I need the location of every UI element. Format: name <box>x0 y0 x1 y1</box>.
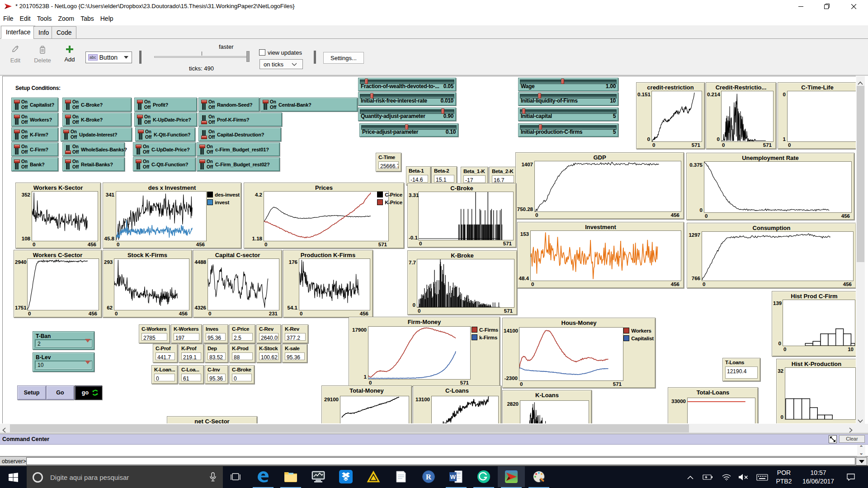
switch-retail-banks[interactable]: OnOffRetail-Banks? <box>62 157 125 171</box>
start-button[interactable] <box>0 466 27 488</box>
switch-lever[interactable] <box>65 115 71 125</box>
delete-button[interactable]: Delete <box>32 45 53 64</box>
taskbar-search-box[interactable]: Digite aqui para pesquisar <box>27 466 223 488</box>
switch-knob[interactable] <box>201 121 207 124</box>
switch-bank[interactable]: OnOffBank? <box>11 157 58 171</box>
switch-lever[interactable] <box>65 100 71 110</box>
switch-k-firm[interactable]: OnOffK-Firm? <box>11 127 58 141</box>
switch-knob[interactable] <box>201 136 207 139</box>
edge-icon[interactable] <box>250 466 277 487</box>
switch-lever[interactable] <box>201 100 207 110</box>
switch-knob[interactable] <box>138 130 144 133</box>
slider-initial-liquidity-of-firms[interactable]: Initial-liquidity-of-Firms10 <box>518 92 618 106</box>
switch-knob[interactable] <box>14 160 20 163</box>
update-mode-dropdown[interactable]: on ticks <box>259 59 303 69</box>
word-icon[interactable]: W <box>443 466 470 487</box>
switch-knob[interactable] <box>199 145 205 148</box>
menu-tools[interactable]: Tools <box>34 13 55 22</box>
switch-knob[interactable] <box>14 145 20 148</box>
setup-button[interactable]: Setup <box>17 385 46 400</box>
menu-file[interactable]: File <box>0 13 17 22</box>
switch-capitalist[interactable]: OnOffCapitalist? <box>11 98 58 112</box>
switch-knob[interactable] <box>136 145 142 148</box>
switch-lever[interactable] <box>201 115 207 125</box>
slider-initial-risk-free-interest-rate[interactable]: Initial-risk-free-interest-rate0.010 <box>358 92 456 106</box>
switch-lever[interactable] <box>14 160 20 170</box>
switch-wholesales-banks[interactable]: OnOffWholeSales-Banks? <box>62 142 125 156</box>
switch-lever[interactable] <box>137 100 143 110</box>
r-app-icon[interactable]: R <box>415 466 442 487</box>
add-button[interactable]: Add <box>60 45 80 63</box>
switch-lever[interactable] <box>201 130 207 140</box>
command-history-dropdown[interactable] <box>856 457 867 465</box>
paint-app-icon[interactable] <box>525 466 552 487</box>
switch-workers[interactable]: OnOffWorkers? <box>11 113 58 127</box>
notifications-icon[interactable] <box>842 466 860 488</box>
switch-lever[interactable] <box>14 115 20 125</box>
grammarly-icon[interactable] <box>470 466 497 487</box>
switch-lever[interactable] <box>14 145 20 155</box>
switch-lever[interactable] <box>65 160 71 170</box>
horizontal-scrollbar-thumb[interactable] <box>10 424 689 432</box>
slider-initial-capital[interactable]: Initial-capital5 <box>518 108 618 121</box>
notes-app-icon[interactable] <box>387 466 415 487</box>
tray-chevron-icon[interactable] <box>684 466 697 488</box>
switch-c-broke[interactable]: OnOffC-Broke? <box>62 98 132 112</box>
switch-knob[interactable] <box>199 160 205 163</box>
microphone-icon[interactable] <box>209 472 217 482</box>
switch-knob[interactable] <box>65 160 71 163</box>
switch-knob[interactable] <box>14 130 20 133</box>
vertical-scrollbar[interactable] <box>856 76 865 424</box>
switch-lever[interactable] <box>137 115 143 125</box>
switch-knob[interactable] <box>263 100 269 103</box>
command-center-output[interactable]: ⌃⌄ <box>0 445 868 456</box>
switch-capital-destruction[interactable]: OnOffCapital-Destruction? <box>198 127 281 141</box>
close-button[interactable] <box>843 0 864 13</box>
switch-profit[interactable]: OnOffProfit? <box>134 98 197 112</box>
output-scrollbar[interactable]: ⌃⌄ <box>857 445 865 456</box>
switch-k-qtt-function[interactable]: OnOffK-Qtt-Function? <box>135 127 195 141</box>
switch-lever[interactable] <box>14 100 20 110</box>
command-center-expand-button[interactable] <box>829 435 837 443</box>
switch-knob[interactable] <box>137 100 143 103</box>
slider-initial-production-c-firms[interactable]: Initial-production-C-firms5 <box>518 123 618 137</box>
switch-lever[interactable] <box>138 130 144 140</box>
switch-knob[interactable] <box>65 100 71 103</box>
switch-knob[interactable] <box>137 115 143 118</box>
wifi-icon[interactable] <box>719 466 734 488</box>
vertical-scrollbar-thumb[interactable] <box>857 86 864 262</box>
switch-c-update-price[interactable]: OnOffC-UpDate-Price? <box>133 142 196 156</box>
command-input[interactable] <box>26 457 855 465</box>
switch-c-qtt-function[interactable]: OnOffC-Qtt-Function? <box>133 157 196 171</box>
go-button[interactable]: go <box>75 385 102 400</box>
file-explorer-icon[interactable] <box>277 466 304 487</box>
menu-zoom[interactable]: Zoom <box>55 13 77 22</box>
taskbar-clock[interactable]: 10:5716/06/2017 <box>797 466 839 488</box>
system-monitor-icon[interactable] <box>305 466 332 487</box>
menu-help[interactable]: Help <box>97 13 117 22</box>
tab-info[interactable]: Info <box>33 26 54 39</box>
switch-knob[interactable] <box>14 100 20 103</box>
speed-slider-thumb[interactable] <box>246 51 250 62</box>
switch-c-firm[interactable]: OnOffC-Firm? <box>11 142 58 156</box>
slider-wage[interactable]: Wage1.00 <box>518 78 618 91</box>
switch-lever[interactable] <box>199 145 205 155</box>
speed-slider[interactable] <box>154 56 249 58</box>
switch-random-seed[interactable]: OnOffRandom-Seed? <box>198 98 259 112</box>
switch-lever[interactable] <box>263 100 269 110</box>
menu-edit[interactable]: Edit <box>17 13 34 22</box>
switch-lever[interactable] <box>199 160 205 170</box>
volume-muted-icon[interactable] <box>736 466 751 488</box>
switch-lever[interactable] <box>65 145 71 155</box>
clear-button[interactable]: Clear <box>839 435 865 443</box>
language-indicator[interactable]: PORPTB2 <box>774 466 794 488</box>
touch-keyboard-icon[interactable] <box>753 466 771 488</box>
slider-price-adjust-parameter[interactable]: Price-adjust-parameter0.10 <box>359 123 458 137</box>
switch-knob[interactable] <box>136 160 142 163</box>
slider-quantity-adjust-parameter[interactable]: Quantity-adjust-parameter0.90 <box>358 108 456 121</box>
horizontal-scrollbar[interactable] <box>0 424 856 433</box>
switch-lever[interactable] <box>63 130 69 140</box>
switch-lever[interactable] <box>136 160 142 170</box>
triangle-app-icon[interactable] <box>360 466 387 487</box>
switch-lever[interactable] <box>136 145 142 155</box>
